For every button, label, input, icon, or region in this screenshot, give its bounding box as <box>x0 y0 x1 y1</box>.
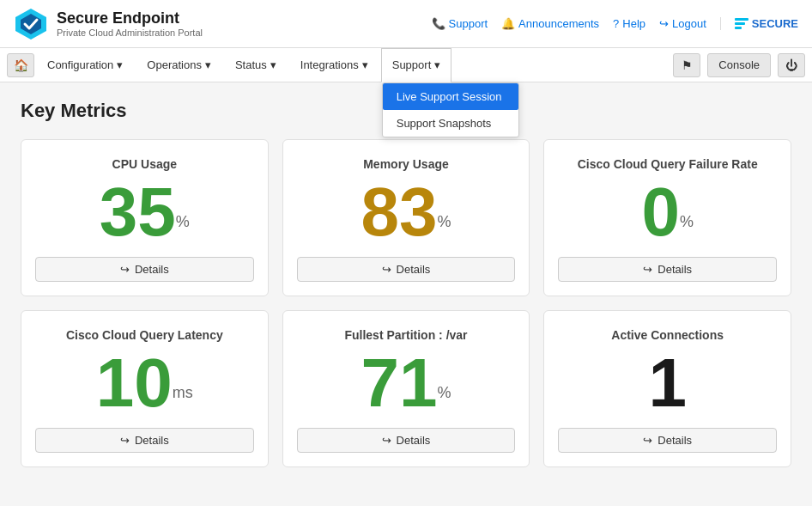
nav-left: 🏠 Configuration ▾ Operations ▾ Status ▾ … <box>7 48 451 82</box>
flag-icon: ⚑ <box>682 58 693 72</box>
metric-label-latency: Cisco Cloud Query Latency <box>66 328 223 342</box>
dropdown-item-support-snapshots[interactable]: Support Snapshots <box>383 110 518 137</box>
question-icon: ? <box>613 17 619 30</box>
metric-value-failure-rate: 0 <box>641 178 680 247</box>
value-row-failure-rate: 0 % <box>641 178 694 247</box>
arrow-right-icon: ↪ <box>382 263 391 276</box>
metric-value-latency: 10 <box>96 349 173 418</box>
metric-card-partition: Fullest Partition : /var 71 % ↪ Details <box>282 310 530 467</box>
metric-card-connections: Active Connections 1 ↪ Details <box>543 310 791 467</box>
nav-bar: 🏠 Configuration ▾ Operations ▾ Status ▾ … <box>0 48 812 82</box>
nav-right: ⚑ Console ⏻ <box>673 53 805 77</box>
metric-unit-partition: % <box>437 384 451 402</box>
power-icon: ⏻ <box>785 58 797 72</box>
arrow-right-icon: ↪ <box>643 434 652 447</box>
value-row-latency: 10 ms <box>96 349 193 418</box>
metric-label-partition: Fullest Partition : /var <box>344 328 467 342</box>
flag-button[interactable]: ⚑ <box>673 53 700 77</box>
chevron-down-icon: ▾ <box>117 58 123 71</box>
help-link[interactable]: ? Help <box>613 17 645 30</box>
metric-value-partition: 71 <box>361 349 437 418</box>
metric-card-cpu: CPU Usage 35 % ↪ Details <box>21 139 269 296</box>
metric-value-connections: 1 <box>648 349 687 418</box>
metric-label-memory: Memory Usage <box>363 157 449 171</box>
cisco-bars-icon <box>735 18 748 29</box>
metric-unit-failure-rate: % <box>680 213 694 231</box>
arrow-right-icon: ↪ <box>643 263 652 276</box>
top-nav: 📞 Support 🔔 Announcements ? Help ↪ Logou… <box>432 17 798 30</box>
chevron-down-icon: ▾ <box>270 58 276 71</box>
metric-card-failure-rate: Cisco Cloud Query Failure Rate 0 % ↪ Det… <box>543 139 791 296</box>
details-button-cpu[interactable]: ↪ Details <box>35 257 254 282</box>
cisco-logo: SECURE <box>720 17 798 30</box>
metric-card-memory: Memory Usage 83 % ↪ Details <box>282 139 530 296</box>
app-subtitle: Private Cloud Administration Portal <box>57 27 203 38</box>
nav-item-status[interactable]: Status ▾ <box>224 48 288 82</box>
metric-unit-latency: ms <box>173 384 193 402</box>
logout-link[interactable]: ↪ Logout <box>659 17 706 30</box>
chevron-down-icon: ▾ <box>434 58 440 71</box>
metric-value-cpu: 35 <box>100 178 176 247</box>
announcements-link[interactable]: 🔔 Announcements <box>501 17 599 30</box>
logo-area: Secure Endpoint Private Cloud Administra… <box>14 7 203 41</box>
logout-icon: ↪ <box>659 17 669 30</box>
metric-unit-cpu: % <box>176 213 190 231</box>
details-button-connections[interactable]: ↪ Details <box>558 428 777 453</box>
chevron-down-icon: ▾ <box>205 58 211 71</box>
app-title: Secure Endpoint <box>57 9 203 28</box>
nav-item-configuration[interactable]: Configuration ▾ <box>36 48 134 82</box>
nav-item-operations[interactable]: Operations ▾ <box>136 48 222 82</box>
top-bar: Secure Endpoint Private Cloud Administra… <box>0 0 812 48</box>
logo-text: Secure Endpoint Private Cloud Administra… <box>57 9 203 39</box>
metric-value-memory: 83 <box>361 178 437 247</box>
top-support-link[interactable]: 📞 Support <box>432 17 488 30</box>
arrow-right-icon: ↪ <box>120 263 130 276</box>
metrics-grid: CPU Usage 35 % ↪ Details Memory Usage 83… <box>21 139 791 467</box>
details-button-failure-rate[interactable]: ↪ Details <box>558 257 777 282</box>
arrow-right-icon: ↪ <box>382 434 391 447</box>
metric-label-cpu: CPU Usage <box>112 157 177 171</box>
value-row-memory: 83 % <box>361 178 451 247</box>
details-button-latency[interactable]: ↪ Details <box>35 428 254 453</box>
chevron-down-icon: ▾ <box>362 58 368 71</box>
dropdown-item-live-support[interactable]: Live Support Session <box>383 83 518 110</box>
home-button[interactable]: 🏠 <box>7 53 34 77</box>
nav-item-integrations[interactable]: Integrations ▾ <box>289 48 379 82</box>
metric-label-failure-rate: Cisco Cloud Query Failure Rate <box>578 157 758 171</box>
power-button[interactable]: ⏻ <box>778 53 805 77</box>
details-button-memory[interactable]: ↪ Details <box>297 257 516 282</box>
metric-unit-memory: % <box>437 213 451 231</box>
app-logo <box>14 7 48 41</box>
phone-icon: 📞 <box>432 17 445 30</box>
value-row-partition: 71 % <box>361 349 451 418</box>
metric-card-latency: Cisco Cloud Query Latency 10 ms ↪ Detail… <box>21 310 269 467</box>
value-row-connections: 1 <box>648 349 687 418</box>
main-content: Key Metrics CPU Usage 35 % ↪ Details Mem… <box>0 82 812 485</box>
arrow-right-icon: ↪ <box>120 434 130 447</box>
value-row-cpu: 35 % <box>100 178 190 247</box>
support-dropdown-menu: Live Support Session Support Snapshots <box>382 82 519 137</box>
metric-label-connections: Active Connections <box>611 328 724 342</box>
nav-item-support[interactable]: Support ▾ Live Support Session Support S… <box>381 48 452 82</box>
bell-icon: 🔔 <box>501 17 515 30</box>
console-button[interactable]: Console <box>707 53 771 77</box>
details-button-partition[interactable]: ↪ Details <box>297 428 516 453</box>
